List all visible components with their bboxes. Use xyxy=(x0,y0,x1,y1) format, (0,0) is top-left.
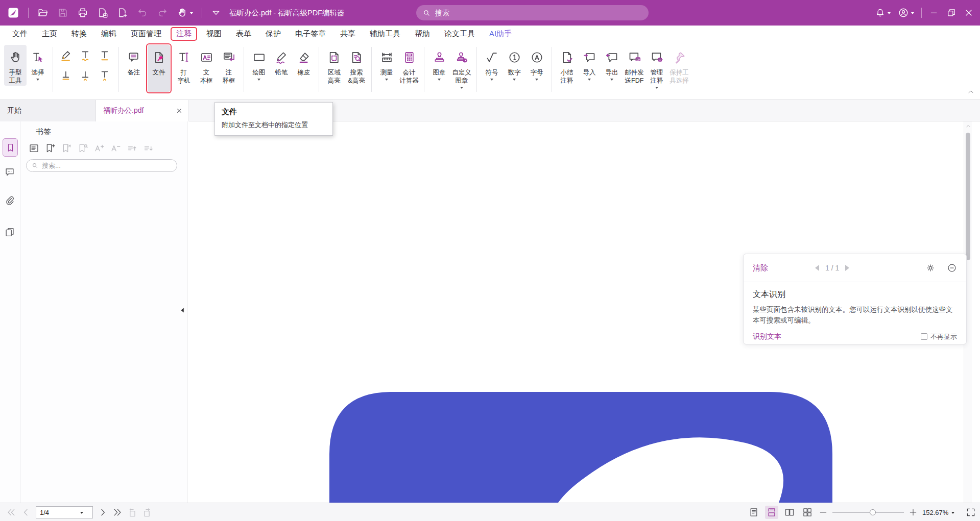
menu-tab-file[interactable]: 文件 xyxy=(7,28,33,40)
open-folder-icon[interactable] xyxy=(37,7,49,18)
zoom-in-icon[interactable] xyxy=(909,508,918,517)
menu-tab-comment[interactable]: 注释 xyxy=(171,27,197,41)
customize-toolbar-icon[interactable] xyxy=(211,8,221,18)
notice-settings-gear-icon[interactable] xyxy=(925,263,936,273)
measure-button[interactable]: 测量 xyxy=(375,45,398,83)
fit-screen-icon[interactable] xyxy=(966,507,976,517)
account-button[interactable] xyxy=(898,7,914,18)
underline-tool[interactable] xyxy=(97,47,114,64)
menu-tab-convert[interactable]: 转换 xyxy=(66,28,92,40)
menu-tab-esign[interactable]: 电子签章 xyxy=(290,28,331,40)
close-button[interactable] xyxy=(964,8,974,18)
menu-tab-form[interactable]: 表单 xyxy=(231,28,256,40)
zoom-slider-handle[interactable] xyxy=(870,509,876,515)
file-attachment-button[interactable]: 文件 xyxy=(148,45,170,92)
menu-tab-page-management[interactable]: 页面管理 xyxy=(126,28,166,40)
dismiss-checkbox[interactable] xyxy=(921,333,927,340)
callout-button[interactable]: 注 释框 xyxy=(218,45,240,86)
drawing-button[interactable]: 绘图 xyxy=(248,45,270,83)
ocr-notice-card: 清除 1 / 1 文本识别 某些页面包含未被识别的文本。您可以运行文本识别以便使… xyxy=(743,254,967,344)
menu-tab-help[interactable]: 帮助 xyxy=(410,28,435,40)
insert-text-tool[interactable] xyxy=(58,66,75,84)
highlight-tool[interactable] xyxy=(58,47,75,64)
collapse-ribbon-icon[interactable] xyxy=(967,88,975,96)
collapse-panel-handle[interactable] xyxy=(178,301,187,319)
zoom-out-icon[interactable] xyxy=(819,508,828,517)
app-logo-icon[interactable] xyxy=(7,7,19,19)
continuous-view-icon[interactable] xyxy=(765,506,778,519)
sidebar-item-comments[interactable] xyxy=(4,166,15,178)
next-notice-icon[interactable] xyxy=(845,265,849,271)
delete-page-icon[interactable] xyxy=(97,7,108,18)
insert-page-icon[interactable] xyxy=(117,7,128,18)
scroll-up-icon[interactable] xyxy=(965,123,971,129)
main-area: 书签 清除 1 xyxy=(0,121,980,503)
select-tool-button[interactable]: 选择 xyxy=(27,45,49,83)
rectangle-icon xyxy=(252,46,266,68)
notifications-button[interactable] xyxy=(875,8,891,18)
note-button[interactable]: 备注 xyxy=(123,45,145,78)
summary-notes-button[interactable]: 小结 注释 xyxy=(556,45,578,86)
sidebar-item-attachments[interactable] xyxy=(4,195,15,206)
manage-comments-button[interactable]: 管理 注释 xyxy=(646,45,668,91)
menu-tab-home[interactable]: 主页 xyxy=(37,28,62,40)
pencil-button[interactable]: 铅笔 xyxy=(270,45,293,78)
zoom-slider[interactable] xyxy=(832,506,904,519)
menu-tab-view[interactable]: 视图 xyxy=(201,28,227,40)
area-highlight-button[interactable]: 区域 高亮 xyxy=(323,45,345,86)
symbol-button[interactable]: 符号 xyxy=(481,45,503,83)
number-button[interactable]: 数字 xyxy=(503,45,525,83)
menu-tab-protect[interactable]: 保护 xyxy=(260,28,286,40)
replace-text-tool[interactable] xyxy=(97,66,114,84)
custom-stamp-button[interactable]: 自定义 图章 xyxy=(450,45,473,91)
typewriter-button[interactable]: 打 字机 xyxy=(173,45,195,86)
last-page-icon[interactable] xyxy=(112,507,123,517)
letter-button[interactable]: 字母 xyxy=(525,45,548,83)
prev-notice-icon[interactable] xyxy=(815,265,819,271)
textbox-button[interactable]: 文 本框 xyxy=(195,45,218,86)
sidebar-item-bookmarks[interactable] xyxy=(3,138,18,157)
stamp-button[interactable]: 图章 xyxy=(428,45,450,83)
bookmark-search-box[interactable] xyxy=(26,159,177,172)
menu-tab-edit[interactable]: 编辑 xyxy=(96,28,122,40)
strikeout-tool[interactable] xyxy=(77,66,94,84)
hand-tool-button[interactable]: 手型 工具 xyxy=(4,45,27,86)
tab-document[interactable]: 福昕办公.pdf xyxy=(96,100,189,121)
tab-start-page[interactable]: 开始 xyxy=(0,100,96,121)
facing-view-icon[interactable] xyxy=(783,506,796,519)
chevron-down-icon[interactable] xyxy=(80,512,83,515)
email-fdf-button[interactable]: 邮件发 送FDF xyxy=(623,45,646,86)
print-icon[interactable] xyxy=(77,7,88,18)
search-highlight-button[interactable]: 搜索 &高亮 xyxy=(345,45,368,86)
global-search-input[interactable] xyxy=(435,9,629,17)
export-comments-button[interactable]: 导出 xyxy=(601,45,623,83)
clear-notice-link[interactable]: 清除 xyxy=(753,263,768,273)
next-page-icon[interactable] xyxy=(98,507,108,517)
zoom-level-control[interactable]: 152.67% xyxy=(922,509,961,516)
hand-tool-quick-button[interactable] xyxy=(177,7,193,18)
facing-continuous-view-icon[interactable] xyxy=(801,506,814,519)
menu-tab-accessibility[interactable]: 辅助工具 xyxy=(365,28,405,40)
import-comments-button[interactable]: 导入 xyxy=(578,45,601,83)
menu-tab-share[interactable]: 共享 xyxy=(335,28,361,40)
eraser-button[interactable]: 橡皮 xyxy=(293,45,315,78)
add-bookmark-icon[interactable] xyxy=(44,142,56,154)
restore-button[interactable] xyxy=(946,8,957,18)
close-tab-icon[interactable] xyxy=(176,108,182,114)
minimize-button[interactable] xyxy=(929,8,939,18)
bookmark-list-icon[interactable] xyxy=(28,142,40,154)
global-search[interactable] xyxy=(416,5,649,20)
recognize-text-link[interactable]: 识别文本 xyxy=(753,332,781,341)
page-number-input[interactable] xyxy=(36,509,80,516)
ruler-icon xyxy=(380,46,394,68)
bookmark-search-input[interactable] xyxy=(42,162,164,169)
calculator-button[interactable]: 会计 计算器 xyxy=(398,45,420,86)
minimize-notice-icon[interactable] xyxy=(947,263,957,273)
single-page-view-icon[interactable] xyxy=(747,506,760,519)
sidebar-item-pages[interactable] xyxy=(4,227,15,238)
page-number-box[interactable] xyxy=(36,506,93,518)
menu-tab-paper-tools[interactable]: 论文工具 xyxy=(439,28,480,40)
menu-tab-ai-assistant[interactable]: AI助手 xyxy=(484,28,517,40)
scrollbar-thumb[interactable] xyxy=(966,133,970,260)
squiggly-underline-tool[interactable] xyxy=(77,47,94,64)
